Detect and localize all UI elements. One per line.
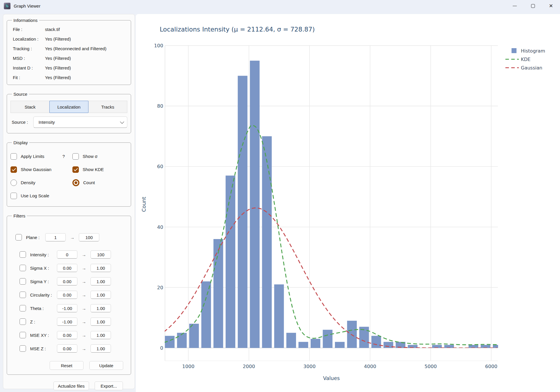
histogram-chart: Localizations Intensity (μ = 2112.64, σ … <box>136 14 560 392</box>
checkbox-show-gaussian[interactable] <box>11 166 17 173</box>
arrow-right-icon: → <box>82 279 86 284</box>
update-button[interactable]: Update <box>89 361 123 370</box>
filter-min-input[interactable]: -1.00 <box>57 304 77 312</box>
legend-swatch-histogram <box>512 48 516 53</box>
filter-row-circularity: Circularity :0.00→1.00 <box>10 288 128 302</box>
display-row: Apply Limits?Show σ <box>11 150 128 163</box>
filter-max-input[interactable]: 100 <box>79 233 99 241</box>
filter-max-input[interactable]: 1.00 <box>91 344 111 353</box>
info-label: Tracking : <box>13 46 45 51</box>
filter-label: Z : <box>30 319 57 324</box>
checkbox-filter-sigma-y[interactable] <box>20 278 26 285</box>
maximize-icon <box>531 4 535 8</box>
reset-button[interactable]: Reset <box>50 361 84 370</box>
option-count: Count <box>72 179 128 186</box>
arrow-right-icon: → <box>82 266 86 271</box>
checkbox-filter-mse-xy[interactable] <box>20 332 26 338</box>
checkbox-filter-plane[interactable] <box>15 234 22 241</box>
arrow-right-icon: → <box>82 333 86 338</box>
info-row: Tracking :Yes (Reconnected and Filtered) <box>10 44 128 53</box>
source-tabs: StackLocalizationTracks <box>11 101 127 113</box>
option-density: Density <box>11 180 72 186</box>
info-value: Yes (Filtered) <box>45 36 128 41</box>
arrow-right-icon: → <box>82 306 86 311</box>
histogram-bar <box>274 284 284 348</box>
histogram-bar <box>286 333 296 348</box>
actualize-files-button[interactable]: Actualize files <box>53 381 89 390</box>
option-show-gaussian: Show Gaussian <box>11 166 72 173</box>
histogram-bar <box>335 342 345 348</box>
filter-row-intensity: Intensity :0→100 <box>10 248 128 261</box>
filter-row-theta: Theta :-1.00→1.00 <box>10 302 128 315</box>
checkbox-show-[interactable] <box>72 153 79 160</box>
option-label: Density <box>21 180 35 185</box>
chevron-down-icon <box>120 119 124 123</box>
histogram-bar <box>201 281 211 348</box>
y-tick-label: 20 <box>157 285 163 290</box>
filter-min-input[interactable]: 0.00 <box>57 264 77 272</box>
filter-min-input[interactable]: -1.00 <box>57 318 77 326</box>
filter-min-input[interactable]: 0.00 <box>57 331 77 339</box>
filter-min-input[interactable]: 0.00 <box>57 344 77 353</box>
checkbox-filter-theta[interactable] <box>20 305 26 311</box>
filter-min-input[interactable]: 0 <box>57 250 77 259</box>
filter-label: MSE Z : <box>30 346 57 351</box>
y-tick-label: 80 <box>157 103 163 109</box>
histogram-bars <box>165 61 503 348</box>
filter-max-input[interactable]: 1.00 <box>91 331 111 339</box>
chart-area: Localizations Intensity (μ = 2112.64, σ … <box>136 14 560 392</box>
radio-density[interactable] <box>11 180 17 186</box>
filters-legend: Filters <box>12 213 27 218</box>
informations-group: Informations File :stack.tifLocalization… <box>7 18 131 85</box>
histogram-bar <box>481 345 490 348</box>
source-dropdown[interactable]: Intensity <box>33 116 127 128</box>
filter-max-input[interactable]: 1.00 <box>91 318 111 326</box>
y-tick-label: 0 <box>160 345 164 351</box>
help-icon[interactable]: ? <box>62 154 65 159</box>
checkbox-show-kde[interactable] <box>72 166 79 173</box>
close-icon: ✕ <box>549 4 553 8</box>
filter-min-input[interactable]: 0.00 <box>57 277 77 285</box>
option-label: Show KDE <box>83 167 104 172</box>
x-tick-label: 3000 <box>303 364 316 369</box>
filter-max-input[interactable]: 1.00 <box>91 277 111 285</box>
histogram-bar <box>238 76 247 348</box>
filter-min-input[interactable]: 1 <box>45 233 66 241</box>
checkbox-use-log-scale[interactable] <box>11 193 17 199</box>
filter-max-input[interactable]: 1.00 <box>91 291 111 299</box>
maximize-button[interactable] <box>524 0 542 12</box>
display-options: Apply Limits?Show σShow GaussianShow KDE… <box>10 147 128 204</box>
informations-legend: Informations <box>12 18 39 23</box>
radio-count[interactable] <box>72 179 79 186</box>
legend-label-kde: KDE <box>521 57 531 62</box>
histogram-bar <box>371 336 381 348</box>
checkbox-filter-circularity[interactable] <box>20 292 26 298</box>
info-value: Yes (Filtered) <box>45 75 128 80</box>
info-row: MSD :Yes (Filtered) <box>10 53 128 63</box>
display-legend: Display <box>12 140 29 145</box>
info-row: Localization :Yes (Filtered) <box>10 34 128 44</box>
filter-row-z: Z :-1.00→1.00 <box>10 315 128 328</box>
checkbox-apply-limits[interactable] <box>11 153 17 160</box>
minimize-button[interactable] <box>506 0 524 12</box>
filter-max-input[interactable]: 1.00 <box>91 264 111 272</box>
tab-tracks[interactable]: Tracks <box>88 101 127 113</box>
checkbox-filter-mse-z[interactable] <box>20 345 26 352</box>
filter-min-input[interactable]: 0.00 <box>57 291 77 299</box>
filter-max-input[interactable]: 100 <box>91 250 111 259</box>
option-show-kde: Show KDE <box>72 166 128 173</box>
option-label: Apply Limits <box>21 154 44 159</box>
tab-localization[interactable]: Localization <box>49 101 88 113</box>
checkbox-filter-intensity[interactable] <box>20 251 26 258</box>
filter-max-input[interactable]: 1.00 <box>91 304 111 312</box>
informations-rows: File :stack.tifLocalization :Yes (Filter… <box>10 25 128 82</box>
checkbox-filter-sigma-x[interactable] <box>20 265 26 271</box>
export-button[interactable]: Export... <box>95 381 123 390</box>
y-tick-label: 100 <box>154 43 164 48</box>
tab-stack[interactable]: Stack <box>11 101 50 113</box>
checkbox-filter-z[interactable] <box>20 318 26 325</box>
arrow-right-icon: → <box>82 346 86 351</box>
display-row: DensityCount <box>11 176 128 189</box>
close-button[interactable]: ✕ <box>542 0 560 12</box>
filter-label: Sigma X : <box>30 266 57 271</box>
